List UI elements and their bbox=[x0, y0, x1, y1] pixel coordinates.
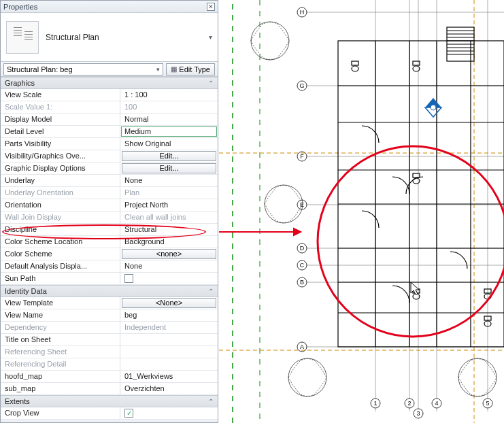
floor-plan-svg: A B C D E F G H 1 2 3 4 5 bbox=[219, 0, 504, 423]
color-scheme-button[interactable]: <none> bbox=[122, 249, 216, 259]
prop-value[interactable]: beg bbox=[120, 309, 218, 321]
svg-rect-56 bbox=[413, 173, 420, 177]
group-label: Identity Data bbox=[5, 287, 47, 295]
section-marker-icon bbox=[425, 98, 441, 117]
prop-value[interactable]: Normal bbox=[120, 114, 218, 125]
prop-label: View Template bbox=[1, 297, 120, 309]
prop-value[interactable]: 1 : 100 bbox=[120, 89, 218, 101]
instance-row: Structural Plan: beg ▾ ▦ Edit Type bbox=[1, 62, 218, 77]
prop-label: Underlay Orientation bbox=[1, 187, 120, 199]
type-selector[interactable]: Structural Plan ▾ bbox=[1, 13, 218, 62]
svg-rect-52 bbox=[352, 61, 358, 65]
instance-combo[interactable]: Structural Plan: beg ▾ bbox=[3, 63, 163, 75]
grid-bubble: 5 bbox=[486, 400, 489, 407]
prop-value[interactable]: Project North bbox=[120, 199, 218, 211]
prop-label: Color Scheme Location bbox=[1, 236, 120, 248]
svg-point-59 bbox=[413, 294, 420, 299]
checkbox[interactable] bbox=[124, 274, 133, 283]
grid-bubble: H bbox=[300, 9, 305, 16]
prop-hoofd-map[interactable]: hoofd_map 01_Werkviews bbox=[1, 371, 218, 383]
prop-display-model[interactable]: Display Model Normal bbox=[1, 114, 218, 126]
prop-value[interactable]: Background bbox=[120, 236, 218, 248]
collapse-icon: ⌃ bbox=[208, 288, 214, 295]
grid-bubble: D bbox=[300, 245, 305, 252]
prop-view-scale[interactable]: View Scale 1 : 100 bbox=[1, 89, 218, 101]
prop-discipline[interactable]: Discipline Structural bbox=[1, 224, 218, 236]
prop-value[interactable] bbox=[120, 334, 218, 345]
prop-label: Underlay bbox=[1, 175, 120, 186]
prop-value: Independent bbox=[120, 322, 218, 333]
properties-panel: Properties ✕ Structural Plan ▾ Structura… bbox=[0, 0, 218, 423]
drawing-canvas[interactable]: A B C D E F G H 1 2 3 4 5 bbox=[219, 0, 504, 423]
grid-bubble: 3 bbox=[416, 410, 420, 417]
prop-title-on-sheet[interactable]: Title on Sheet bbox=[1, 334, 218, 346]
group-label: Graphics bbox=[5, 79, 35, 87]
group-header-graphics[interactable]: Graphics ⌃ bbox=[1, 77, 218, 89]
prop-value[interactable]: None bbox=[120, 260, 218, 272]
prop-label: Title on Sheet bbox=[1, 334, 120, 345]
prop-value: Plan bbox=[120, 187, 218, 199]
prop-color-scheme[interactable]: Color Scheme <none> bbox=[1, 248, 218, 260]
group-header-identity[interactable]: Identity Data ⌃ bbox=[1, 285, 218, 297]
edit-type-button[interactable]: ▦ Edit Type bbox=[166, 63, 215, 75]
prop-parts-visibility[interactable]: Parts Visibility Show Original bbox=[1, 138, 218, 150]
panel-header: Properties ✕ bbox=[1, 1, 218, 13]
grid-bubble: C bbox=[300, 262, 305, 269]
prop-view-template[interactable]: View Template <None> bbox=[1, 297, 218, 309]
group-header-extents[interactable]: Extents ⌃ bbox=[1, 395, 218, 407]
svg-point-57 bbox=[413, 178, 420, 184]
prop-value[interactable]: Structural bbox=[120, 224, 218, 235]
prop-label: hoofd_map bbox=[1, 371, 120, 382]
prop-value[interactable]: Overzichten bbox=[120, 383, 218, 394]
prop-graphic-display[interactable]: Graphic Display Options Edit... bbox=[1, 163, 218, 175]
svg-rect-0 bbox=[233, 0, 504, 423]
prop-referencing-sheet: Referencing Sheet bbox=[1, 346, 218, 358]
chevron-down-icon[interactable]: ▾ bbox=[209, 33, 212, 41]
prop-vg-overrides[interactable]: Visibility/Graphics Ove... Edit... bbox=[1, 150, 218, 163]
edit-button[interactable]: Edit... bbox=[122, 163, 216, 173]
prop-value[interactable]: None bbox=[120, 175, 218, 186]
prop-sun-path[interactable]: Sun Path bbox=[1, 273, 218, 285]
prop-value[interactable]: Show Original bbox=[120, 138, 218, 150]
svg-point-67 bbox=[458, 358, 497, 396]
prop-label: Default Analysis Displa... bbox=[1, 260, 120, 272]
prop-label: Crop View bbox=[1, 407, 120, 419]
prop-view-name[interactable]: View Name beg bbox=[1, 309, 218, 322]
prop-value[interactable]: 01_Werkviews bbox=[120, 371, 218, 382]
prop-dependency: Dependency Independent bbox=[1, 322, 218, 334]
prop-crop-view[interactable]: Crop View ✓ bbox=[1, 407, 218, 420]
prop-label: Visibility/Graphics Ove... bbox=[1, 150, 120, 162]
chevron-down-icon: ▾ bbox=[156, 66, 160, 73]
grid-bubble: 1 bbox=[373, 400, 377, 407]
prop-label: Referencing Sheet bbox=[1, 346, 120, 358]
grid-bubble: 2 bbox=[407, 400, 411, 407]
checkbox-checked[interactable]: ✓ bbox=[124, 409, 133, 418]
close-icon[interactable]: ✕ bbox=[207, 3, 215, 11]
prop-label: Display Model bbox=[1, 114, 120, 125]
prop-label: View Scale bbox=[1, 89, 120, 101]
edit-type-label: Edit Type bbox=[179, 65, 210, 73]
structural-plan-icon bbox=[6, 21, 39, 54]
prop-default-analysis[interactable]: Default Analysis Displa... None bbox=[1, 260, 218, 273]
prop-label: Dependency bbox=[1, 322, 120, 333]
prop-detail-level[interactable]: Detail Level Medium bbox=[1, 126, 218, 138]
view-template-button[interactable]: <None> bbox=[122, 298, 216, 308]
prop-value[interactable]: ✓ bbox=[120, 407, 218, 419]
edit-button[interactable]: Edit... bbox=[122, 151, 216, 161]
prop-label: Detail Level bbox=[1, 126, 120, 137]
prop-underlay-orientation: Underlay Orientation Plan bbox=[1, 187, 218, 199]
prop-value[interactable]: Medium bbox=[121, 126, 217, 137]
svg-marker-73 bbox=[294, 229, 301, 235]
prop-label: View Name bbox=[1, 309, 120, 321]
prop-sub-map[interactable]: sub_map Overzichten bbox=[1, 383, 218, 395]
prop-color-scheme-location[interactable]: Color Scheme Location Background bbox=[1, 236, 218, 248]
prop-label: Scale Value 1: bbox=[1, 101, 120, 113]
prop-label: Orientation bbox=[1, 199, 120, 211]
prop-label: Sun Path bbox=[1, 273, 120, 284]
grid-bubble: B bbox=[300, 279, 304, 286]
prop-underlay[interactable]: Underlay None bbox=[1, 175, 218, 187]
svg-point-70 bbox=[431, 105, 436, 110]
prop-orientation[interactable]: Orientation Project North bbox=[1, 199, 218, 212]
prop-value[interactable] bbox=[120, 273, 218, 284]
prop-label: Graphic Display Options bbox=[1, 163, 120, 174]
